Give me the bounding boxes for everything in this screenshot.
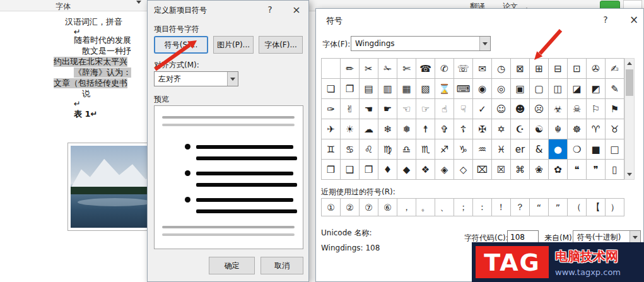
symbol-cell[interactable]: ✍ bbox=[606, 59, 624, 79]
symbol-cell[interactable]: ♌ bbox=[360, 139, 378, 160]
symbol-cell[interactable]: ❞ bbox=[587, 160, 606, 180]
symbol-cell[interactable]: ▢ bbox=[530, 79, 549, 99]
recent-symbol-cell[interactable]: ① bbox=[322, 199, 341, 216]
symbol-cell[interactable]: ◆ bbox=[397, 160, 416, 180]
help-button[interactable]: ? bbox=[598, 13, 613, 26]
symbol-cell[interactable]: ☯ bbox=[530, 119, 549, 139]
chevron-down-icon[interactable] bbox=[227, 72, 238, 86]
recent-symbol-cell[interactable]: ！ bbox=[492, 199, 511, 216]
recent-symbol-cell[interactable]: “ bbox=[530, 199, 549, 216]
symbol-cell[interactable]: ♋ bbox=[341, 139, 360, 160]
symbol-cell[interactable]: ✑ bbox=[322, 99, 341, 119]
symbol-cell[interactable]: ✌ bbox=[341, 99, 360, 119]
symbol-cell[interactable]: ◉ bbox=[473, 79, 492, 99]
symbol-cell[interactable]: ❐ bbox=[360, 160, 378, 180]
symbol-cell[interactable]: ✠ bbox=[473, 119, 492, 139]
font-dropdown[interactable]: Wingdings bbox=[351, 36, 491, 51]
symbol-cell[interactable]: ☻ bbox=[511, 99, 530, 119]
symbol-cell[interactable]: ♈ bbox=[587, 119, 606, 139]
symbol-cell[interactable]: ⊠ bbox=[511, 59, 530, 79]
symbol-cell[interactable]: ☪ bbox=[511, 119, 530, 139]
ok-button[interactable]: 确定 bbox=[209, 257, 255, 274]
symbol-cell[interactable]: & bbox=[530, 139, 549, 160]
symbol-cell[interactable]: ◇ bbox=[454, 160, 473, 180]
symbol-button[interactable]: 符号(S)... bbox=[154, 36, 208, 54]
symbol-cell[interactable]: ☺ bbox=[492, 99, 511, 119]
symbol-cell[interactable]: ♊ bbox=[322, 139, 341, 160]
symbol-cell[interactable]: ⌘ bbox=[511, 160, 530, 180]
symbol-cell[interactable]: ✡ bbox=[492, 119, 511, 139]
chevron-down-icon[interactable] bbox=[629, 231, 640, 244]
recent-symbol-cell[interactable]: ？ bbox=[511, 199, 530, 216]
symbol-cell[interactable]: ▣ bbox=[511, 79, 530, 99]
symbol-cell[interactable]: ☀ bbox=[341, 119, 360, 139]
recent-symbol-cell[interactable]: ⑦ bbox=[360, 199, 378, 216]
scroll-down-icon[interactable] bbox=[625, 170, 634, 179]
symbol-cell[interactable]: ♒ bbox=[473, 139, 492, 160]
symbol-cell[interactable]: ☣ bbox=[549, 99, 568, 119]
symbol-cell[interactable]: ✂ bbox=[360, 59, 378, 79]
symbol-cell[interactable]: ❀ bbox=[530, 160, 549, 180]
symbol-cell[interactable]: □ bbox=[606, 139, 624, 160]
symbol-cell[interactable]: ⌧ bbox=[473, 160, 492, 180]
symbol-cell[interactable]: ☏ bbox=[454, 59, 473, 79]
scrollbar-thumb[interactable] bbox=[626, 69, 633, 96]
symbol-cell[interactable]: ☹ bbox=[530, 99, 549, 119]
alignment-dropdown[interactable]: 左对齐 bbox=[154, 71, 238, 86]
symbol-cell[interactable]: ▦ bbox=[397, 79, 416, 99]
symbol-cell[interactable]: ⊡ bbox=[568, 59, 587, 79]
symbol-cell[interactable]: ✈ bbox=[322, 119, 341, 139]
picture-button[interactable]: 图片(P)... bbox=[213, 36, 254, 54]
symbol-cell[interactable]: ▯ bbox=[606, 160, 624, 180]
symbol-cell[interactable]: ☨ bbox=[416, 119, 435, 139]
symbol-cell[interactable]: ♓ bbox=[492, 139, 511, 160]
symbol-cell[interactable]: ◎ bbox=[492, 79, 511, 99]
symbol-cell[interactable]: ☦ bbox=[454, 119, 473, 139]
symbol-cell[interactable]: ✉ bbox=[473, 59, 492, 79]
help-button[interactable]: ? bbox=[262, 3, 278, 16]
symbol-cell[interactable]: ◷ bbox=[492, 59, 511, 79]
font-button[interactable]: 字体(F)... bbox=[259, 36, 303, 54]
symbol-cell[interactable]: ⌛ bbox=[435, 79, 454, 99]
symbol-cell[interactable]: ❝ bbox=[568, 160, 587, 180]
symbol-cell[interactable]: ❏ bbox=[322, 79, 341, 99]
symbol-cell[interactable]: ☬ bbox=[549, 119, 568, 139]
symbol-cell[interactable]: ❅ bbox=[397, 119, 416, 139]
recent-symbol-cell[interactable]: 。 bbox=[416, 199, 435, 216]
symbol-cell[interactable]: ☟ bbox=[454, 99, 473, 119]
symbol-cell[interactable] bbox=[322, 59, 341, 79]
scroll-up-icon[interactable] bbox=[625, 59, 634, 68]
symbol-cell[interactable]: ● bbox=[549, 139, 568, 160]
recent-symbol-cell[interactable]: ” bbox=[549, 199, 568, 216]
symbol-cell[interactable]: ■ bbox=[587, 139, 606, 160]
symbol-cell[interactable]: ◩ bbox=[587, 79, 606, 99]
recent-symbol-cell[interactable]: ， bbox=[397, 199, 416, 216]
symbol-cell[interactable]: ♎ bbox=[397, 139, 416, 160]
recent-symbol-cell[interactable]: ② bbox=[341, 199, 360, 216]
symbol-cell[interactable]: ⚐ bbox=[587, 99, 606, 119]
recent-symbol-cell[interactable]: 【 bbox=[587, 199, 606, 216]
symbol-cell[interactable]: ☠ bbox=[568, 99, 587, 119]
symbol-cell[interactable]: ☝ bbox=[435, 99, 454, 119]
symbol-cell[interactable]: ⊞ bbox=[530, 59, 549, 79]
symbol-cell[interactable]: ✿ bbox=[549, 160, 568, 180]
symbol-cell[interactable]: ☛ bbox=[378, 99, 397, 119]
symbol-cell[interactable]: ☸ bbox=[568, 119, 587, 139]
symbol-cell[interactable]: ▧ bbox=[416, 79, 435, 99]
symbol-cell[interactable]: ▤ bbox=[360, 79, 378, 99]
symbol-cell[interactable]: ♉ bbox=[606, 119, 624, 139]
symbol-cell[interactable]: ☚ bbox=[360, 99, 378, 119]
chevron-down-icon[interactable] bbox=[479, 37, 490, 50]
symbol-cell[interactable]: ❍ bbox=[568, 139, 587, 160]
symbol-cell[interactable]: ✆ bbox=[435, 59, 454, 79]
symbol-cell[interactable]: ☁ bbox=[360, 119, 378, 139]
symbol-cell[interactable]: ❖ bbox=[416, 160, 435, 180]
symbol-cell[interactable]: ⚑ bbox=[606, 99, 624, 119]
symbol-grid-scrollbar[interactable] bbox=[624, 58, 635, 180]
close-button[interactable]: × bbox=[288, 3, 305, 16]
symbol-cell[interactable]: ♑ bbox=[454, 139, 473, 160]
symbol-cell[interactable]: ✎ bbox=[606, 79, 624, 99]
close-button[interactable]: × bbox=[626, 13, 642, 26]
symbol-cell[interactable]: er bbox=[511, 139, 530, 160]
symbol-cell[interactable]: ☎ bbox=[416, 59, 435, 79]
